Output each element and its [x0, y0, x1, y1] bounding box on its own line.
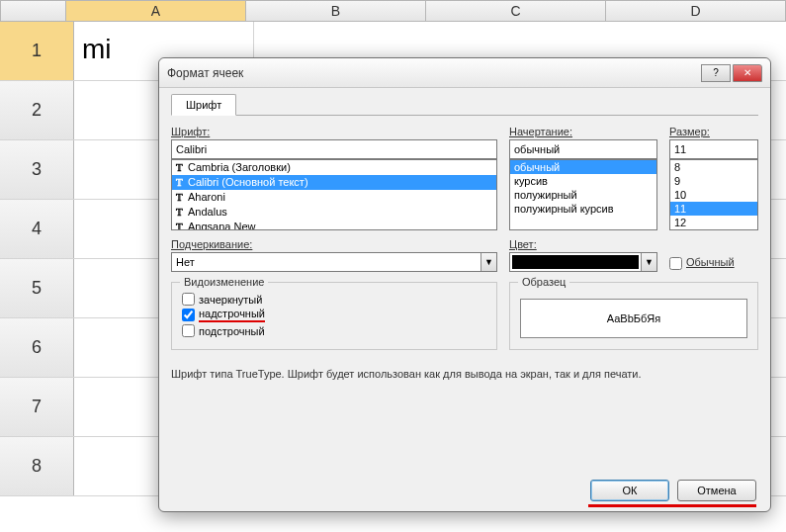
- underline-value: Нет: [172, 256, 480, 268]
- truetype-icon: 𝕋: [176, 206, 188, 220]
- list-item[interactable]: курсив: [510, 174, 656, 188]
- ok-button[interactable]: ОК: [590, 480, 669, 501]
- row-header-2[interactable]: 2: [0, 81, 74, 139]
- close-icon: ✕: [743, 67, 751, 78]
- chevron-down-icon: ▼: [641, 253, 656, 271]
- normal-font-checkbox[interactable]: Обычный: [669, 256, 735, 270]
- list-item[interactable]: 𝕋Aharoni: [172, 190, 496, 205]
- list-item[interactable]: 9: [670, 174, 757, 188]
- truetype-icon: 𝕋: [176, 221, 188, 230]
- color-dropdown[interactable]: ▼: [509, 252, 657, 272]
- list-item[interactable]: полужирный курсив: [510, 202, 656, 216]
- list-item[interactable]: 8: [670, 160, 757, 174]
- truetype-icon: 𝕋: [176, 161, 188, 175]
- format-cells-dialog: Формат ячеек ? ✕ Шрифт Шрифт: 𝕋Cambria (…: [158, 57, 771, 512]
- list-item[interactable]: 𝕋Angsana New: [172, 220, 496, 230]
- row-header-3[interactable]: 3: [0, 140, 74, 199]
- size-label: Размер:: [669, 126, 758, 137]
- column-headers: A B C D: [0, 0, 786, 22]
- row-header-4[interactable]: 4: [0, 200, 74, 258]
- strikethrough-label: зачеркнутый: [199, 294, 262, 306]
- list-item[interactable]: 11: [670, 202, 757, 216]
- preview-legend: Образец: [518, 276, 569, 288]
- column-header-d[interactable]: D: [606, 0, 786, 22]
- underline-dropdown[interactable]: Нет ▼: [171, 252, 497, 272]
- size-listbox[interactable]: 8 9 10 11 12 14: [669, 159, 758, 230]
- preview-sample: АаВbБбЯя: [520, 299, 747, 338]
- row-header-7[interactable]: 7: [0, 378, 74, 436]
- column-header-a[interactable]: A: [66, 0, 246, 22]
- help-button[interactable]: ?: [701, 64, 731, 82]
- strikethrough-checkbox[interactable]: зачеркнутый: [182, 293, 486, 306]
- tab-font[interactable]: Шрифт: [171, 94, 236, 116]
- truetype-icon: 𝕋: [176, 176, 188, 190]
- row-header-8[interactable]: 8: [0, 437, 74, 495]
- list-item[interactable]: 𝕋Andalus: [172, 205, 496, 220]
- subscript-label: подстрочный: [199, 325, 265, 337]
- column-header-b[interactable]: B: [246, 0, 426, 22]
- color-swatch: [512, 255, 639, 269]
- superscript-checkbox[interactable]: надстрочный: [182, 308, 486, 322]
- row-header-1[interactable]: 1: [0, 22, 74, 80]
- font-input[interactable]: [171, 139, 497, 159]
- font-listbox[interactable]: 𝕋Cambria (Заголовки) 𝕋Calibri (Основной …: [171, 159, 497, 230]
- list-item[interactable]: 𝕋Calibri (Основной текст): [172, 175, 496, 190]
- effects-legend: Видоизменение: [180, 276, 268, 288]
- cancel-button[interactable]: Отмена: [677, 480, 756, 501]
- list-item[interactable]: 𝕋Cambria (Заголовки): [172, 160, 496, 175]
- dialog-titlebar[interactable]: Формат ячеек ? ✕: [159, 58, 770, 88]
- select-all-corner[interactable]: [0, 0, 66, 22]
- column-header-c[interactable]: C: [426, 0, 606, 22]
- annotation-underline: [588, 504, 756, 507]
- close-button[interactable]: ✕: [733, 64, 762, 82]
- list-item[interactable]: 12: [670, 216, 757, 229]
- dialog-title: Формат ячеек: [167, 66, 701, 80]
- list-item[interactable]: 14: [670, 229, 757, 230]
- effects-group: Видоизменение зачеркнутый надстрочный по…: [171, 282, 497, 350]
- subscript-checkbox[interactable]: подстрочный: [182, 324, 486, 337]
- chevron-down-icon: ▼: [480, 253, 496, 271]
- color-label: Цвет:: [509, 238, 657, 250]
- font-hint: Шрифт типа TrueType. Шрифт будет использ…: [171, 368, 758, 380]
- row-header-5[interactable]: 5: [0, 259, 74, 317]
- row-header-6[interactable]: 6: [0, 318, 74, 377]
- font-label: Шрифт:: [171, 126, 497, 137]
- tabs: Шрифт: [171, 94, 758, 116]
- preview-group: Образец АаВbБбЯя: [509, 282, 758, 350]
- style-input[interactable]: [509, 139, 657, 159]
- list-item[interactable]: 10: [670, 188, 757, 202]
- size-input[interactable]: [669, 139, 758, 159]
- list-item[interactable]: полужирный: [510, 188, 656, 202]
- style-listbox[interactable]: обычный курсив полужирный полужирный кур…: [509, 159, 657, 230]
- superscript-label: надстрочный: [199, 308, 265, 322]
- list-item[interactable]: обычный: [510, 160, 656, 174]
- normal-font-label: Обычный: [686, 256, 735, 268]
- style-label: Начертание:: [509, 126, 657, 137]
- question-icon: ?: [713, 67, 719, 78]
- underline-label: Подчеркивание:: [171, 238, 497, 250]
- truetype-icon: 𝕋: [176, 191, 188, 205]
